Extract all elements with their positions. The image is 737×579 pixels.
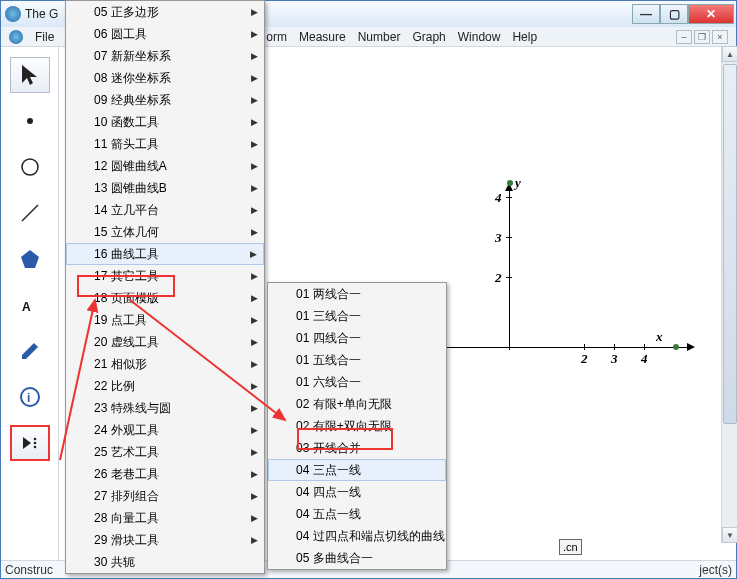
submenu-item[interactable]: 04 五点一线 [268,503,446,525]
submenu-item[interactable]: 02 有限+双向无限 [268,415,446,437]
menu-item[interactable]: 10 函数工具▶ [66,111,264,133]
menu-item[interactable]: 21 相似形▶ [66,353,264,375]
menu-number[interactable]: Number [358,30,401,44]
menu-item[interactable]: 05 正多边形▶ [66,1,264,23]
menu-measure[interactable]: Measure [299,30,346,44]
submenu-item[interactable]: 01 三线合一 [268,305,446,327]
menu-item[interactable]: 16 曲线工具▶ [66,243,264,265]
menu-item[interactable]: 17 其它工具▶ [66,265,264,287]
domain-badge: .cn [559,539,582,555]
menu-item[interactable]: 08 迷你坐标系▶ [66,67,264,89]
submenu-arrow-icon: ▶ [251,447,258,457]
menu-item-label: 18 页面模版 [94,290,159,307]
submenu-item[interactable]: 04 过四点和端点切线的曲线 [268,525,446,547]
tool-text[interactable]: A [10,287,50,323]
x-axis-arrow-icon [687,343,695,351]
menu-item[interactable]: 07 新新坐标系▶ [66,45,264,67]
menu-graph[interactable]: Graph [412,30,445,44]
menu-item-label: 27 排列组合 [94,488,159,505]
mdi-restore-button[interactable]: ❐ [694,30,710,44]
svg-point-9 [33,446,36,449]
menu-item[interactable]: 13 圆锥曲线B▶ [66,177,264,199]
point[interactable] [507,180,513,186]
submenu-item[interactable]: 05 多曲线合一 [268,547,446,569]
x-tick-label: 3 [611,351,618,367]
mdi-close-button[interactable]: × [712,30,728,44]
menu-item-label: 13 圆锥曲线B [94,180,167,197]
submenu-arrow-icon: ▶ [251,117,258,127]
menu-item[interactable]: 09 经典坐标系▶ [66,89,264,111]
mdi-minimize-button[interactable]: – [676,30,692,44]
tool-circle[interactable] [10,149,50,185]
scroll-thumb[interactable] [723,64,737,424]
y-tick-label: 3 [495,230,502,246]
scroll-down-button[interactable]: ▼ [722,527,737,543]
menu-item[interactable]: 15 立体几何▶ [66,221,264,243]
menu-item[interactable]: 25 艺术工具▶ [66,441,264,463]
close-button[interactable]: ✕ [688,4,734,24]
menu-item[interactable]: 28 向量工具▶ [66,507,264,529]
minimize-button[interactable]: — [632,4,660,24]
tool-info[interactable]: i [10,379,50,415]
menu-window[interactable]: Window [458,30,501,44]
submenu-arrow-icon: ▶ [251,29,258,39]
menu-transform[interactable]: orm [266,30,287,44]
menu-item[interactable]: 06 圆工具▶ [66,23,264,45]
menu-item-label: 09 经典坐标系 [94,92,171,109]
submenu-item[interactable]: 02 有限+单向无限 [268,393,446,415]
menu-help[interactable]: Help [512,30,537,44]
menu-item[interactable]: 19 点工具▶ [66,309,264,331]
submenu-item[interactable]: 04 三点一线 [268,459,446,481]
submenu-arrow-icon: ▶ [251,161,258,171]
submenu-item-label: 04 五点一线 [296,506,361,523]
submenu-arrow-icon: ▶ [251,315,258,325]
submenu-arrow-icon: ▶ [251,491,258,501]
submenu-item[interactable]: 03 开线合并 [268,437,446,459]
submenu-item[interactable]: 04 四点一线 [268,481,446,503]
svg-point-0 [27,118,33,124]
x-tick-label: 2 [581,351,588,367]
menu-item[interactable]: 14 立几平台▶ [66,199,264,221]
menu-item[interactable]: 27 排列组合▶ [66,485,264,507]
tool-line[interactable] [10,195,50,231]
submenu-item-label: 01 六线合一 [296,374,361,391]
menu-item-label: 08 迷你坐标系 [94,70,171,87]
menu-item-label: 07 新新坐标系 [94,48,171,65]
menu-item[interactable]: 11 箭头工具▶ [66,133,264,155]
menu-file[interactable]: File [35,30,54,44]
menu-item-label: 14 立几平台 [94,202,159,219]
vertical-scrollbar[interactable]: ▲ ▼ [721,46,737,543]
maximize-button[interactable]: ▢ [660,4,688,24]
submenu-arrow-icon: ▶ [251,469,258,479]
submenu-item[interactable]: 01 两线合一 [268,283,446,305]
menu-item[interactable]: 26 老巷工具▶ [66,463,264,485]
submenu-item[interactable]: 01 五线合一 [268,349,446,371]
submenu-item-label: 05 多曲线合一 [296,550,373,567]
status-left: Construc [5,563,53,577]
menu-item-label: 17 其它工具 [94,268,159,285]
submenu-arrow-icon: ▶ [251,7,258,17]
scroll-up-button[interactable]: ▲ [722,46,737,62]
x-tick [584,344,585,350]
menu-item[interactable]: 22 比例▶ [66,375,264,397]
submenu-item[interactable]: 01 六线合一 [268,371,446,393]
submenu-item[interactable]: 01 四线合一 [268,327,446,349]
tool-pen[interactable] [10,333,50,369]
menu-item[interactable]: 30 共轭 [66,551,264,573]
menu-item[interactable]: 23 特殊线与圆▶ [66,397,264,419]
tool-select-arrow[interactable] [10,57,50,93]
menu-item[interactable]: 12 圆锥曲线A▶ [66,155,264,177]
tool-custom-tools[interactable] [10,425,50,461]
submenu-arrow-icon: ▶ [251,425,258,435]
menu-item[interactable]: 18 页面模版▶ [66,287,264,309]
menu-item[interactable]: 24 外观工具▶ [66,419,264,441]
menu-item[interactable]: 29 滑块工具▶ [66,529,264,551]
menu-item[interactable]: 20 虚线工具▶ [66,331,264,353]
tool-polygon[interactable] [10,241,50,277]
svg-marker-3 [21,250,39,268]
menu-item-label: 16 曲线工具 [94,246,159,263]
menu-item-label: 29 滑块工具 [94,532,159,549]
point[interactable] [673,344,679,350]
tool-point[interactable] [10,103,50,139]
y-tick-label: 2 [495,270,502,286]
